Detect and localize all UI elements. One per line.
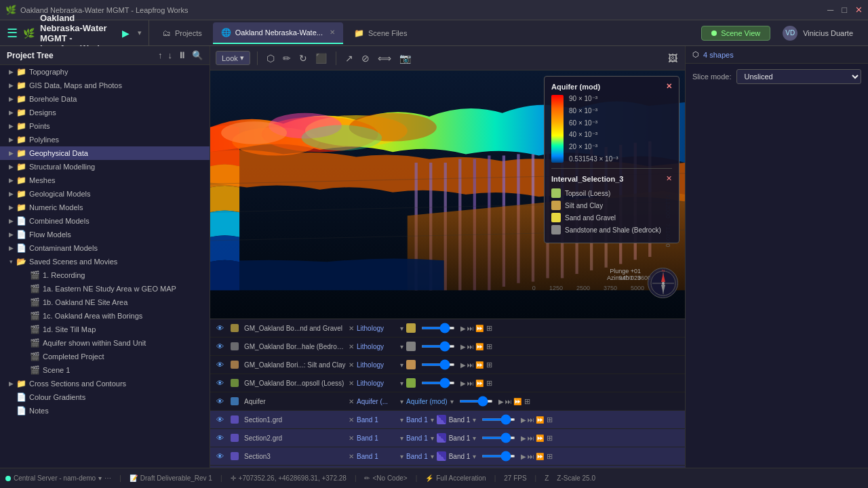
sidebar-item-9[interactable]: ▶ 📁 Geological Models: [0, 187, 210, 201]
rotate-tool-icon[interactable]: ↻: [297, 51, 309, 66]
layer-end-3[interactable]: ⏩: [475, 380, 484, 387]
pen-tool-icon[interactable]: ✏: [281, 51, 293, 66]
play-btn[interactable]: ▶: [122, 28, 130, 39]
cube-tool-icon[interactable]: ⬛: [313, 51, 329, 66]
sidebar-item-13[interactable]: ▶ 📄 Contaminant Models: [0, 241, 210, 255]
sidebar-item-15[interactable]: 🎬 1. Recording: [0, 268, 210, 282]
sidebar-search-icon[interactable]: 🔍: [192, 50, 203, 60]
layer-row-7[interactable]: 👁 Section3 ✕ Band 1 ▾ Band 1▾ Band 1▾ ▶ …: [210, 447, 685, 466]
layer-remove-1[interactable]: ✕: [349, 343, 354, 350]
layer-type-arrow-3[interactable]: ▾: [400, 380, 403, 387]
layer-row-0[interactable]: 👁 GM_Oakland Bo...nd and Gravel ✕ Lithol…: [210, 319, 685, 338]
layer-step-5[interactable]: ⏭: [528, 416, 534, 424]
layer-step-3[interactable]: ⏭: [467, 380, 474, 387]
server-dropdown[interactable]: ▾: [98, 474, 102, 482]
sidebar-item-18[interactable]: 🎬 1c. Oakland Area with Borings: [0, 309, 210, 323]
layer-type-arrow-5[interactable]: ▾: [400, 416, 403, 424]
sidebar-item-10[interactable]: ▶ 📁 Numeric Models: [0, 201, 210, 214]
layer-grid-3[interactable]: ⊞: [486, 379, 492, 388]
camera-tool-icon[interactable]: 📷: [397, 51, 413, 66]
layer-eye-1[interactable]: 👁: [214, 342, 225, 350]
sidebar-item-14[interactable]: ▾ 📂 Saved Scenes and Movies: [0, 255, 210, 268]
look-button[interactable]: Look ▾: [216, 51, 250, 65]
layer-opacity-6[interactable]: [481, 436, 515, 439]
layer-grid-5[interactable]: ⊞: [547, 415, 553, 424]
legend-2-close[interactable]: ✕: [666, 174, 672, 183]
sidebar-item-6[interactable]: ▶ 📁 Geophysical Data: [0, 146, 210, 160]
window-controls[interactable]: ─ □ ✕: [827, 5, 863, 15]
sidebar-up-icon[interactable]: ↑: [158, 50, 163, 60]
sidebar-item-11[interactable]: ▶ 📄 Combined Models: [0, 214, 210, 228]
sidebar-item-5[interactable]: ▶ 📁 Polylines: [0, 133, 210, 146]
scene-view-button[interactable]: Scene View: [701, 26, 770, 41]
layer-type-arrow-2[interactable]: ▾: [400, 361, 403, 369]
maximize-btn[interactable]: □: [842, 5, 847, 15]
measure-tool-icon[interactable]: ⟺: [376, 51, 393, 66]
tab-scene-files[interactable]: 📁 Scene Files: [346, 22, 415, 44]
layer-end-0[interactable]: ⏩: [475, 325, 484, 332]
layer-play-4[interactable]: ▶: [498, 398, 504, 405]
layer-opacity-4[interactable]: [459, 400, 493, 403]
layer-opacity-1[interactable]: [421, 345, 455, 348]
sidebar-item-25[interactable]: 📄 Notes: [0, 404, 210, 418]
tab-oakland[interactable]: 🌐 Oakland Nebraska-Wate... ✕: [213, 22, 343, 44]
layer-opacity-2[interactable]: [421, 363, 455, 366]
layer-play-6[interactable]: ▶: [521, 434, 526, 442]
layer-end-7[interactable]: ⏩: [536, 453, 544, 460]
layer-row-3[interactable]: 👁 GM_Oakland Bor...opsoll (Loess) ✕ Lith…: [210, 374, 685, 392]
sidebar-item-23[interactable]: ▶ 📁 Cross Sections and Contours: [0, 377, 210, 390]
sidebar-down-icon[interactable]: ↓: [168, 50, 173, 60]
layer-opacity-3[interactable]: [421, 382, 455, 384]
layer-eye-0[interactable]: 👁: [214, 324, 225, 332]
sidebar-item-1[interactable]: ▶ 📁 GIS Data, Maps and Photos: [0, 79, 210, 92]
layer-row-1[interactable]: 👁 GM_Oakland Bor...hale (Bedrock) ✕ Lith…: [210, 338, 685, 356]
layer-eye-7[interactable]: 👁: [214, 452, 225, 460]
sidebar-item-3[interactable]: ▶ 📁 Designs: [0, 106, 210, 119]
layer-end-4[interactable]: ⏩: [513, 398, 521, 405]
layer-eye-2[interactable]: 👁: [214, 361, 225, 369]
sidebar-item-0[interactable]: ▶ 📁 Topography: [0, 65, 210, 79]
sidebar-item-4[interactable]: ▶ 📁 Points: [0, 119, 210, 133]
sidebar-item-7[interactable]: ▶ 📁 Structural Modelling: [0, 160, 210, 174]
screenshot-icon[interactable]: 🖼: [666, 51, 679, 66]
layer-grid-0[interactable]: ⊞: [486, 324, 492, 333]
sidebar-pause-icon[interactable]: ⏸: [178, 50, 186, 60]
layer-play-1[interactable]: ▶: [460, 343, 466, 350]
layer-remove-5[interactable]: ✕: [349, 416, 354, 424]
layer-play-0[interactable]: ▶: [460, 325, 466, 332]
layer-play-2[interactable]: ▶: [460, 361, 466, 369]
server-options-icon[interactable]: ⋯: [104, 474, 111, 482]
layer-eye-5[interactable]: 👁: [214, 415, 225, 424]
sidebar-item-22[interactable]: 🎬 Scene 1: [0, 363, 210, 377]
layer-row-2[interactable]: 👁 GM_Oakland Bori...: Silt and Clay ✕ Li…: [210, 356, 685, 374]
layer-end-1[interactable]: ⏩: [475, 343, 484, 350]
sidebar-item-12[interactable]: ▶ 📄 Flow Models: [0, 228, 210, 241]
viewport-3d[interactable]: 01250250037505000 7112000 7114000 9400 9…: [210, 70, 685, 319]
arrow-tool-icon[interactable]: ↗: [343, 51, 355, 66]
sidebar-item-24[interactable]: 📄 Colour Gradients: [0, 390, 210, 404]
slice-mode-select[interactable]: Unsliced Sliced Front only Back only: [736, 69, 861, 84]
minimize-btn[interactable]: ─: [827, 5, 833, 15]
sidebar-item-8[interactable]: ▶ 📁 Meshes: [0, 174, 210, 187]
sidebar-controls[interactable]: ↑ ↓ ⏸ 🔍: [158, 50, 203, 60]
layer-row-6[interactable]: 👁 Section2.grd ✕ Band 1 ▾ Band 1▾ Band 1…: [210, 429, 685, 447]
select-tool-icon[interactable]: ⬡: [264, 51, 277, 66]
slice-tool-icon[interactable]: ⊘: [359, 51, 372, 66]
layer-step-4[interactable]: ⏭: [505, 398, 512, 405]
layer-remove-3[interactable]: ✕: [349, 380, 354, 387]
tab-projects[interactable]: 🗂 Projects: [155, 22, 210, 44]
layer-step-2[interactable]: ⏭: [467, 361, 474, 369]
sidebar-item-20[interactable]: 🎬 Aquifer shown within Sand Unit: [0, 336, 210, 350]
layer-step-6[interactable]: ⏭: [528, 434, 534, 442]
layer-row-8[interactable]: 👁 Section4 ✕ Band 1 ▾ Band 1▾ Band 1▾ ▶ …: [210, 466, 685, 468]
tab-close-btn[interactable]: ✕: [330, 28, 335, 36]
sidebar-item-17[interactable]: 🎬 1b. Oakland NE Site Area: [0, 296, 210, 309]
layer-grid-4[interactable]: ⊞: [524, 397, 530, 406]
sidebar-item-2[interactable]: ▶ 📁 Borehole Data: [0, 92, 210, 106]
layer-step-1[interactable]: ⏭: [467, 343, 474, 350]
layer-type-arrow-7[interactable]: ▾: [400, 453, 403, 460]
layer-step-0[interactable]: ⏭: [467, 325, 474, 332]
sidebar-item-19[interactable]: 🎬 1d. Site Till Map: [0, 323, 210, 336]
layer-play-5[interactable]: ▶: [521, 416, 526, 424]
layer-row-4[interactable]: 👁 Aquifer ✕ Aquifer (... ▾ Aquifer (mod)…: [210, 392, 685, 411]
